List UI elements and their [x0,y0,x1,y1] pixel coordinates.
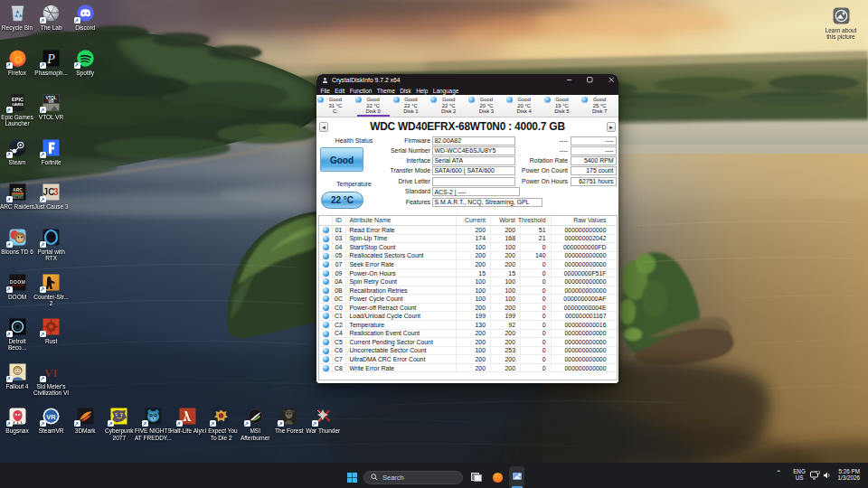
svg-text:VI: VI [44,365,57,379]
svg-text:GAMES: GAMES [12,103,24,107]
svg-text:RAIDERS: RAIDERS [12,196,24,200]
svg-text:ARC: ARC [13,187,23,192]
svg-text:P: P [46,52,55,65]
svg-text:DOOM: DOOM [9,279,24,285]
svg-text:VR: VR [48,99,54,104]
svg-text:EPIC: EPIC [11,97,23,102]
svg-text:VR: VR [46,413,56,421]
svg-text:3: 3 [53,187,59,197]
